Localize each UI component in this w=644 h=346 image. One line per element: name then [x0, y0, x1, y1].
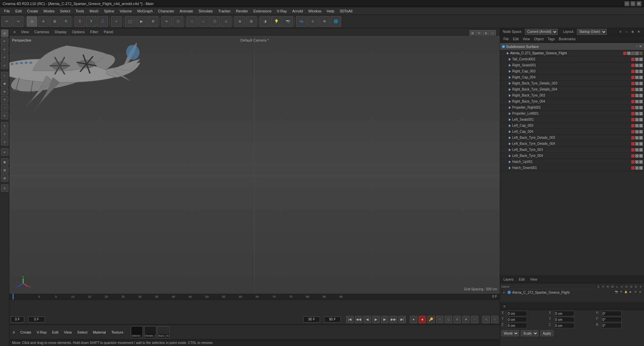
layer-icon-eye[interactable]: 👁	[619, 290, 623, 294]
left-tool-checker[interactable]: ▦	[1, 80, 8, 87]
next-key-button[interactable]: ▶	[381, 316, 388, 323]
sub-surf-icon-1[interactable]: ─	[636, 44, 638, 49]
object-item-left-cap-004[interactable]: Left_Cap_004	[500, 129, 644, 135]
object-ctrl-dots[interactable]	[631, 52, 635, 55]
record-button[interactable]: ●	[410, 316, 417, 323]
scale-tool-button[interactable]: ⊞	[49, 16, 60, 27]
window-controls[interactable]: ─ □ ✕	[625, 1, 641, 6]
left-tool-grid1[interactable]: ▦	[1, 158, 8, 166]
coord-y-pos[interactable]	[507, 317, 527, 322]
object-item-rbt-tyre-004[interactable]: Right_Back_Tyre_004	[500, 99, 644, 105]
object-item-root[interactable]: Alenia_C-27J_Spartan_Greece_Flight	[500, 50, 644, 56]
click1-button[interactable]: ◁	[482, 316, 490, 323]
menu-tracker[interactable]: Tracker	[216, 8, 233, 14]
left-tool-s3[interactable]: $	[1, 138, 8, 146]
world-button[interactable]: 🌐	[330, 16, 341, 27]
left-tool-model[interactable]: M	[1, 30, 8, 37]
ctrl-red[interactable]	[631, 58, 635, 61]
layer-row-alenia[interactable]: ▸ Alenia_C_27J_Spartan_Greece_Flight 📷 👁…	[501, 289, 643, 295]
panel-icon-4[interactable]: ✕	[636, 29, 641, 35]
bottom-select-menu[interactable]: Select	[75, 330, 90, 335]
object-item-hatch-up[interactable]: Hatch_Up001	[500, 159, 644, 165]
menu-extensions[interactable]: Extensions	[251, 8, 274, 14]
layers-view-tab[interactable]: View	[528, 277, 539, 282]
material-interior[interactable]: Interior_	[131, 326, 143, 338]
loop-button[interactable]: □	[436, 316, 443, 323]
motion-button[interactable]: ⊕	[462, 316, 470, 323]
world-select[interactable]: World	[501, 330, 519, 336]
coffee-button[interactable]: C	[308, 16, 318, 27]
left-tool-s1[interactable]: $	[1, 122, 8, 129]
bottom-create-menu[interactable]: Create	[18, 330, 33, 335]
start-frame-input[interactable]	[11, 316, 24, 323]
material-button[interactable]: ◑	[260, 16, 270, 27]
object-item-right-seats[interactable]: Right_Seats001	[500, 62, 644, 68]
left-tool-object[interactable]: □	[1, 72, 8, 79]
coord-z-pos[interactable]	[507, 323, 527, 328]
menu-mesh[interactable]: Mesh	[87, 8, 101, 14]
menu-mograph[interactable]: MoGraph	[135, 8, 155, 14]
menu-volume[interactable]: Volume	[117, 8, 135, 14]
previous-key-button[interactable]: ◀	[364, 316, 371, 323]
menu-select[interactable]: Select	[57, 8, 73, 14]
live-selection-button[interactable]: ◎	[26, 16, 37, 27]
bottom-vray-menu[interactable]: V-Ray	[35, 330, 49, 335]
object-item-right-cap-003[interactable]: Right_Cap_003	[500, 68, 644, 74]
bottom-material-menu[interactable]: Material	[91, 330, 108, 335]
object-item-prop-left[interactable]: Propeller_Left001	[500, 111, 644, 117]
autokey-button[interactable]: 🔑	[427, 316, 435, 323]
ctrl-gray[interactable]	[639, 58, 643, 61]
viewport-panel-menu[interactable]: Panel	[102, 29, 114, 35]
new-object-button[interactable]: +	[111, 16, 122, 27]
click2-button[interactable]: □	[491, 316, 498, 323]
object-ctrl-checker[interactable]	[627, 52, 631, 55]
menu-create[interactable]: Create	[24, 8, 41, 14]
left-tool-scale[interactable]: ↔	[1, 104, 8, 111]
object-item-hatch-down[interactable]: Hatch_Down001	[500, 165, 644, 171]
object-ctrl-red[interactable]	[623, 52, 627, 55]
camera-object-button[interactable]: 📷	[282, 16, 293, 27]
script-button[interactable]: ⚙	[319, 16, 330, 27]
object-item-lbt-tyre-004[interactable]: Left_Back_Tyre_004	[500, 153, 644, 159]
panel-icon-3[interactable]: ⊕	[630, 29, 635, 35]
layers-tab[interactable]: Layers	[501, 277, 516, 282]
play-button[interactable]: ▶	[372, 316, 380, 323]
layers-edit-tab[interactable]: Edit	[517, 277, 527, 282]
menu-window[interactable]: Window	[306, 8, 324, 14]
timeline-playhead[interactable]	[13, 294, 13, 299]
sphere-button[interactable]: ○	[198, 16, 209, 27]
x-axis-button[interactable]: X	[74, 16, 85, 27]
object-item-prop-right[interactable]: Propeller_Right001	[500, 105, 644, 111]
left-tool-grid2[interactable]: ▨	[1, 166, 8, 174]
object-item-right-cap-004[interactable]: Right_Cap_004	[500, 74, 644, 80]
go-to-end-button[interactable]: ▶|	[398, 316, 406, 323]
maximize-button[interactable]: □	[631, 1, 635, 6]
settings-button[interactable]: ⚙	[148, 16, 158, 27]
layer-icon-extra[interactable]: ⊕	[638, 290, 642, 294]
viewport-icon-1[interactable]: ⊞	[470, 30, 476, 36]
feh-object[interactable]: Object	[532, 37, 546, 42]
coord-h-val[interactable]	[601, 311, 622, 316]
menu-arnold[interactable]: Arnold	[289, 8, 306, 14]
redo-button[interactable]: ↪	[13, 16, 23, 27]
left-tool-edges[interactable]: E	[1, 46, 8, 53]
menu-character[interactable]: Character	[155, 8, 177, 14]
viewport-icon-3[interactable]: ⊕	[483, 30, 489, 36]
menu-file[interactable]: File	[1, 8, 13, 14]
menu-edit[interactable]: Edit	[13, 8, 24, 14]
menu-render[interactable]: Render	[233, 8, 251, 14]
left-tool-points[interactable]: P	[1, 38, 8, 45]
object-item-left-cap-003[interactable]: Left_Cap_003	[500, 123, 644, 129]
menu-3dtoall[interactable]: 3DToAll	[337, 8, 355, 14]
left-tool-grid3[interactable]: ▤	[1, 174, 8, 182]
edges-mode-button[interactable]: ⊞	[246, 16, 257, 27]
undo-button[interactable]: ↩	[1, 16, 12, 27]
menu-tools[interactable]: Tools	[73, 8, 87, 14]
object-item-lbt-004[interactable]: Left_Back_Tyre_Details_004	[500, 141, 644, 147]
left-tool-s2[interactable]: $	[1, 130, 8, 137]
left-tool-polys[interactable]: F	[1, 54, 8, 61]
curves-button[interactable]: ~	[471, 316, 478, 323]
viewport-canvas[interactable]: Perspective Default Camera.* Grid Spacin…	[9, 36, 500, 294]
menu-help[interactable]: Help	[324, 8, 337, 14]
viewport-icon-2[interactable]: ↻	[476, 30, 482, 36]
